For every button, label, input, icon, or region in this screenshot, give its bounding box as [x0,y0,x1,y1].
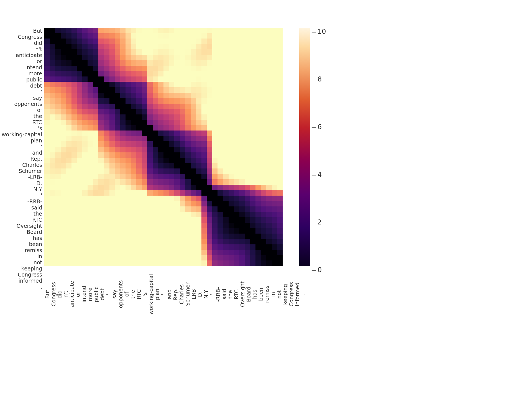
x-label: of [124,267,130,323]
y-label: or [0,58,44,64]
x-label: RTC [136,267,142,323]
colorbar-tick: 4 [311,171,322,178]
y-label: -RRB- [0,198,44,204]
y-label: Oversight [0,223,44,229]
heatmap-canvas [44,28,283,266]
y-label: -LRB- [0,174,44,180]
x-label: Charles [178,267,185,323]
y-label: in [0,253,44,259]
x-label: anticipate [69,267,75,323]
colorbar-tick: 0 [311,266,322,274]
y-label: D. [0,180,44,186]
heatmap-plot [44,28,283,266]
x-label: in [270,267,276,323]
x-label: remiss [264,267,270,323]
x-label: Congress [50,267,57,323]
y-label: RTC [0,119,44,125]
x-label: the [227,267,233,323]
x-label: informed [294,267,300,323]
x-label: intend [81,267,87,323]
x-label: . [300,267,306,323]
y-label: opponents [0,101,44,107]
x-label: has [252,267,258,323]
x-label: 's [142,267,148,323]
y-label: public [0,76,44,83]
colorbar-tick: 10 [311,28,326,35]
colorbar-tick: 6 [311,123,322,131]
y-label: But [0,28,44,34]
x-label: and [166,267,172,323]
x-label: N.Y [203,267,209,323]
x-label: say [111,267,117,323]
y-label: plan [0,137,44,144]
y-label: Rep. [0,156,44,162]
x-label: ' [105,267,111,323]
y-label: more [0,70,44,76]
y-label: Congress [0,272,44,278]
x-label: public [93,267,99,323]
y-label: Congress [0,34,44,40]
figure: ButCongressdidn'tanticipateorintendmorep… [0,0,532,399]
x-label: Rep. [172,267,178,323]
x-label: Congress [288,267,294,323]
y-label: Board [0,229,44,235]
y-label: Schumer [0,168,44,174]
x-label: opponents [117,267,124,323]
y-label: working-capital [0,131,44,137]
x-label: D. [197,267,203,323]
y-label: Charles [0,162,44,168]
x-label: -RRB- [215,267,221,323]
x-label: said [221,267,227,323]
y-label: informed [0,278,44,284]
y-label: not [0,259,44,265]
y-label: ' [0,89,44,95]
y-axis-labels: ButCongressdidn'tanticipateorintendmorep… [0,28,44,266]
y-label: anticipate [0,52,44,58]
y-label: intend [0,64,44,70]
y-label: N.Y [0,186,44,192]
colorbar-gradient [299,28,310,266]
y-label: RTC [0,217,44,223]
y-label: been [0,241,44,247]
x-label: or [75,267,81,323]
y-label: the [0,113,44,119]
y-label: say [0,95,44,101]
colorbar: 1086420 [299,28,316,266]
y-label: remiss [0,247,44,253]
x-label: did [57,267,63,323]
x-label: plan [154,267,160,323]
x-label: been [258,267,264,323]
y-label: ' [0,144,44,150]
x-label: n't [63,267,69,323]
y-label: . [0,284,44,290]
x-label: Board [245,267,252,323]
x-label: ' [160,267,166,323]
x-label: ' [209,267,215,323]
colorbar-ticks: 1086420 [311,28,334,266]
y-label: of [0,107,44,113]
y-label: n't [0,46,44,52]
x-label: debt [99,267,105,323]
x-label: the [130,267,136,323]
y-label: debt [0,83,44,89]
x-label: keeping [282,267,288,323]
x-label: Schumer [185,267,191,323]
x-axis-labels: ButCongressdidn'tanticipateorintendmorep… [44,267,283,323]
y-label: and [0,150,44,156]
x-label: not [276,267,282,323]
x-label: -LRB- [191,267,197,323]
x-label: Oversight [239,267,245,323]
x-label: more [87,267,93,323]
x-label: RTC [233,267,239,323]
colorbar-tick: 2 [311,218,322,226]
colorbar-tick: 8 [311,75,322,83]
y-label: did [0,40,44,46]
y-label: said [0,204,44,211]
y-label: has [0,235,44,241]
y-label: ' [0,192,44,198]
y-label: 's [0,125,44,131]
x-label: But [44,267,50,323]
x-label: working-capital [148,267,154,323]
y-label: the [0,211,44,217]
y-label: keeping [0,265,44,272]
